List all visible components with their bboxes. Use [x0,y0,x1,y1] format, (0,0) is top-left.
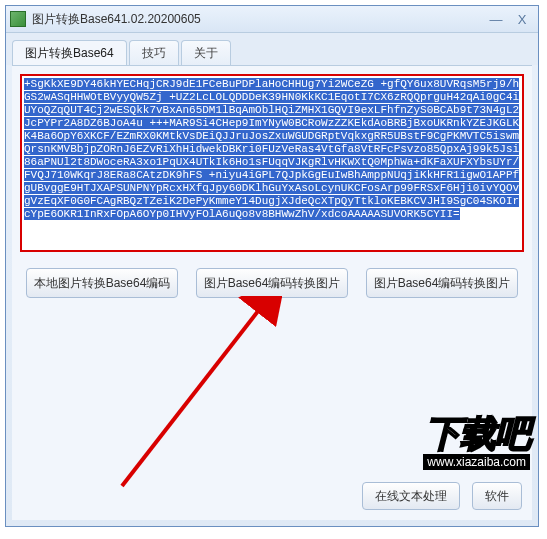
tab-strip: 图片转换Base64 技巧 关于 [6,33,538,65]
watermark-text: 下载吧 [390,416,530,452]
svg-line-0 [122,306,262,486]
button-row: 本地图片转换Base64编码 图片Base64编码转换图片 图片Base64编码… [20,268,524,298]
app-window: 图片转换Base641.02.20200605 — X 图片转换Base64 技… [5,5,539,527]
button-label: 图片Base64编码转换图片 [204,275,341,292]
button-label: 本地图片转换Base64编码 [34,275,171,292]
button-label: 在线文本处理 [375,488,447,505]
watermark: 下载吧 www.xiazaiba.com [390,416,530,480]
base64-to-image-button-2[interactable]: 图片Base64编码转换图片 [366,268,518,298]
software-button[interactable]: 软件 [472,482,522,510]
tab-label: 技巧 [142,46,166,60]
titlebar: 图片转换Base641.02.20200605 — X [6,6,538,33]
app-icon [10,11,26,27]
tab-label: 图片转换Base64 [25,46,114,60]
minimize-button[interactable]: — [484,10,508,28]
tab-convert[interactable]: 图片转换Base64 [12,40,127,66]
annotation-arrow-icon [102,296,282,496]
selected-text: +SgKkXE9DY46kHYECHqjCRJ9dE1FCeBuPDPlaHoC… [24,78,519,220]
bottom-row: 在线文本处理 软件 [362,482,522,510]
tab-label: 关于 [194,46,218,60]
tab-tips[interactable]: 技巧 [129,40,179,66]
client-area: +SgKkXE9DY46kHYECHqjCRJ9dE1FCeBuPDPlaHoC… [12,65,532,520]
local-image-to-base64-button[interactable]: 本地图片转换Base64编码 [26,268,178,298]
button-label: 图片Base64编码转换图片 [374,275,511,292]
tab-about[interactable]: 关于 [181,40,231,66]
watermark-url: www.xiazaiba.com [423,454,530,470]
window-title: 图片转换Base641.02.20200605 [32,11,482,28]
base64-textarea[interactable]: +SgKkXE9DY46kHYECHqjCRJ9dE1FCeBuPDPlaHoC… [20,74,524,252]
close-button[interactable]: X [510,10,534,28]
base64-to-image-button-1[interactable]: 图片Base64编码转换图片 [196,268,348,298]
online-text-processing-button[interactable]: 在线文本处理 [362,482,460,510]
button-label: 软件 [485,488,509,505]
